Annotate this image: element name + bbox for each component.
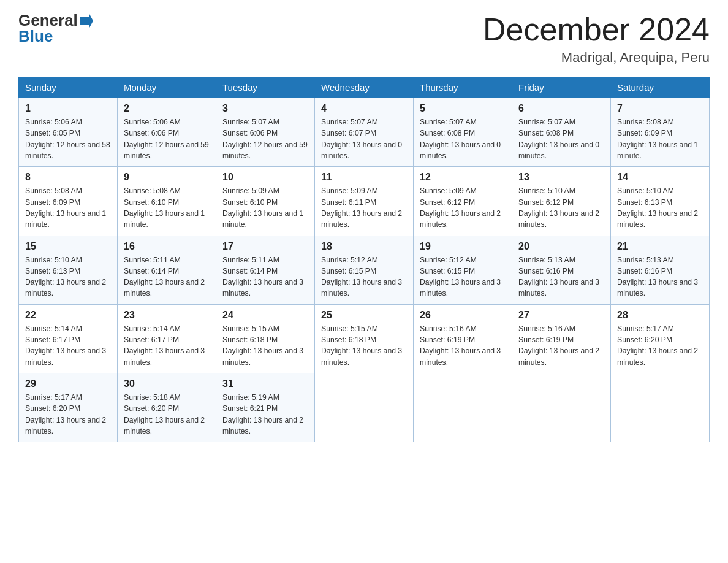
calendar-cell: 31Sunrise: 5:19 AMSunset: 6:21 PMDayligh… bbox=[216, 373, 315, 442]
day-info: Sunrise: 5:17 AMSunset: 6:20 PMDaylight:… bbox=[25, 392, 111, 437]
page-header: General Blue December 2024 Madrigal, Are… bbox=[18, 12, 710, 66]
day-number: 15 bbox=[25, 241, 111, 252]
calendar-week-5: 29Sunrise: 5:17 AMSunset: 6:20 PMDayligh… bbox=[19, 373, 710, 442]
svg-marker-0 bbox=[80, 14, 93, 28]
calendar-cell bbox=[611, 373, 710, 442]
day-number: 31 bbox=[222, 378, 308, 389]
calendar-cell: 18Sunrise: 5:12 AMSunset: 6:15 PMDayligh… bbox=[315, 236, 414, 304]
day-info: Sunrise: 5:08 AMSunset: 6:09 PMDaylight:… bbox=[617, 117, 703, 161]
day-info: Sunrise: 5:16 AMSunset: 6:19 PMDaylight:… bbox=[518, 323, 604, 368]
location-title: Madrigal, Arequipa, Peru bbox=[483, 50, 710, 66]
logo-arrow-icon bbox=[78, 13, 93, 28]
day-info: Sunrise: 5:09 AMSunset: 6:11 PMDaylight:… bbox=[321, 185, 407, 230]
day-number: 13 bbox=[518, 172, 604, 183]
calendar-cell: 22Sunrise: 5:14 AMSunset: 6:17 PMDayligh… bbox=[19, 304, 118, 373]
calendar-cell: 5Sunrise: 5:07 AMSunset: 6:08 PMDaylight… bbox=[414, 98, 512, 167]
calendar-cell: 28Sunrise: 5:17 AMSunset: 6:20 PMDayligh… bbox=[611, 304, 710, 373]
day-number: 18 bbox=[321, 241, 407, 252]
calendar-cell: 29Sunrise: 5:17 AMSunset: 6:20 PMDayligh… bbox=[19, 373, 118, 442]
day-info: Sunrise: 5:07 AMSunset: 6:08 PMDaylight:… bbox=[518, 117, 604, 161]
calendar-cell: 10Sunrise: 5:09 AMSunset: 6:10 PMDayligh… bbox=[216, 167, 315, 236]
day-info: Sunrise: 5:12 AMSunset: 6:15 PMDaylight:… bbox=[420, 255, 506, 299]
day-number: 27 bbox=[518, 310, 604, 321]
day-number: 26 bbox=[420, 310, 506, 321]
day-number: 29 bbox=[25, 378, 111, 389]
day-number: 4 bbox=[321, 103, 407, 114]
header-saturday: Saturday bbox=[611, 77, 710, 98]
day-number: 6 bbox=[518, 103, 604, 114]
calendar-cell: 19Sunrise: 5:12 AMSunset: 6:15 PMDayligh… bbox=[414, 236, 512, 304]
calendar-week-4: 22Sunrise: 5:14 AMSunset: 6:17 PMDayligh… bbox=[19, 304, 710, 373]
day-number: 20 bbox=[518, 241, 604, 252]
calendar-cell bbox=[315, 373, 414, 442]
day-info: Sunrise: 5:14 AMSunset: 6:17 PMDaylight:… bbox=[124, 323, 210, 368]
day-number: 3 bbox=[222, 103, 308, 114]
day-number: 2 bbox=[124, 103, 210, 114]
calendar-cell: 24Sunrise: 5:15 AMSunset: 6:18 PMDayligh… bbox=[216, 304, 315, 373]
calendar-cell: 23Sunrise: 5:14 AMSunset: 6:17 PMDayligh… bbox=[118, 304, 216, 373]
day-info: Sunrise: 5:09 AMSunset: 6:12 PMDaylight:… bbox=[420, 185, 506, 230]
header-thursday: Thursday bbox=[414, 77, 512, 98]
day-number: 10 bbox=[222, 172, 308, 183]
day-info: Sunrise: 5:07 AMSunset: 6:07 PMDaylight:… bbox=[321, 117, 407, 161]
day-number: 23 bbox=[124, 310, 210, 321]
calendar-cell: 15Sunrise: 5:10 AMSunset: 6:13 PMDayligh… bbox=[19, 236, 118, 304]
calendar-cell bbox=[414, 373, 512, 442]
day-info: Sunrise: 5:11 AMSunset: 6:14 PMDaylight:… bbox=[124, 255, 210, 299]
calendar-header: Sunday Monday Tuesday Wednesday Thursday… bbox=[19, 77, 710, 98]
day-info: Sunrise: 5:06 AMSunset: 6:05 PMDaylight:… bbox=[25, 117, 111, 161]
day-number: 8 bbox=[25, 172, 111, 183]
calendar-body: 1Sunrise: 5:06 AMSunset: 6:05 PMDaylight… bbox=[19, 98, 710, 442]
day-info: Sunrise: 5:13 AMSunset: 6:16 PMDaylight:… bbox=[617, 255, 703, 299]
day-info: Sunrise: 5:17 AMSunset: 6:20 PMDaylight:… bbox=[617, 323, 703, 368]
day-number: 12 bbox=[420, 172, 506, 183]
title-block: December 2024 Madrigal, Arequipa, Peru bbox=[483, 12, 710, 66]
day-number: 11 bbox=[321, 172, 407, 183]
day-number: 28 bbox=[617, 310, 703, 321]
calendar-cell: 11Sunrise: 5:09 AMSunset: 6:11 PMDayligh… bbox=[315, 167, 414, 236]
day-info: Sunrise: 5:07 AMSunset: 6:08 PMDaylight:… bbox=[420, 117, 506, 161]
logo: General Blue bbox=[18, 12, 93, 46]
day-info: Sunrise: 5:10 AMSunset: 6:13 PMDaylight:… bbox=[617, 185, 703, 230]
calendar-cell: 3Sunrise: 5:07 AMSunset: 6:06 PMDaylight… bbox=[216, 98, 315, 167]
calendar-cell: 26Sunrise: 5:16 AMSunset: 6:19 PMDayligh… bbox=[414, 304, 512, 373]
header-wednesday: Wednesday bbox=[315, 77, 414, 98]
day-info: Sunrise: 5:06 AMSunset: 6:06 PMDaylight:… bbox=[124, 117, 210, 161]
day-info: Sunrise: 5:12 AMSunset: 6:15 PMDaylight:… bbox=[321, 255, 407, 299]
day-number: 9 bbox=[124, 172, 210, 183]
calendar-cell: 13Sunrise: 5:10 AMSunset: 6:12 PMDayligh… bbox=[512, 167, 611, 236]
day-number: 30 bbox=[124, 378, 210, 389]
day-info: Sunrise: 5:07 AMSunset: 6:06 PMDaylight:… bbox=[222, 117, 308, 161]
logo-general-text: General bbox=[18, 12, 78, 28]
calendar-cell: 14Sunrise: 5:10 AMSunset: 6:13 PMDayligh… bbox=[611, 167, 710, 236]
day-number: 25 bbox=[321, 310, 407, 321]
calendar-cell: 7Sunrise: 5:08 AMSunset: 6:09 PMDaylight… bbox=[611, 98, 710, 167]
day-number: 22 bbox=[25, 310, 111, 321]
day-info: Sunrise: 5:08 AMSunset: 6:10 PMDaylight:… bbox=[124, 185, 210, 230]
calendar-week-1: 1Sunrise: 5:06 AMSunset: 6:05 PMDaylight… bbox=[19, 98, 710, 167]
day-number: 21 bbox=[617, 241, 703, 252]
day-number: 7 bbox=[617, 103, 703, 114]
calendar-cell: 27Sunrise: 5:16 AMSunset: 6:19 PMDayligh… bbox=[512, 304, 611, 373]
day-number: 1 bbox=[25, 103, 111, 114]
day-info: Sunrise: 5:10 AMSunset: 6:13 PMDaylight:… bbox=[25, 255, 111, 299]
calendar-cell: 4Sunrise: 5:07 AMSunset: 6:07 PMDaylight… bbox=[315, 98, 414, 167]
header-friday: Friday bbox=[512, 77, 611, 98]
day-info: Sunrise: 5:15 AMSunset: 6:18 PMDaylight:… bbox=[222, 323, 308, 368]
header-tuesday: Tuesday bbox=[216, 77, 315, 98]
calendar-cell bbox=[512, 373, 611, 442]
day-number: 17 bbox=[222, 241, 308, 252]
calendar-cell: 30Sunrise: 5:18 AMSunset: 6:20 PMDayligh… bbox=[118, 373, 216, 442]
day-info: Sunrise: 5:19 AMSunset: 6:21 PMDaylight:… bbox=[222, 392, 308, 437]
day-number: 16 bbox=[124, 241, 210, 252]
header-monday: Monday bbox=[118, 77, 216, 98]
calendar-cell: 12Sunrise: 5:09 AMSunset: 6:12 PMDayligh… bbox=[414, 167, 512, 236]
calendar-cell: 9Sunrise: 5:08 AMSunset: 6:10 PMDaylight… bbox=[118, 167, 216, 236]
day-info: Sunrise: 5:10 AMSunset: 6:12 PMDaylight:… bbox=[518, 185, 604, 230]
header-sunday: Sunday bbox=[19, 77, 118, 98]
day-info: Sunrise: 5:14 AMSunset: 6:17 PMDaylight:… bbox=[25, 323, 111, 368]
day-info: Sunrise: 5:16 AMSunset: 6:19 PMDaylight:… bbox=[420, 323, 506, 368]
day-info: Sunrise: 5:09 AMSunset: 6:10 PMDaylight:… bbox=[222, 185, 308, 230]
calendar-cell: 20Sunrise: 5:13 AMSunset: 6:16 PMDayligh… bbox=[512, 236, 611, 304]
calendar-cell: 2Sunrise: 5:06 AMSunset: 6:06 PMDaylight… bbox=[118, 98, 216, 167]
